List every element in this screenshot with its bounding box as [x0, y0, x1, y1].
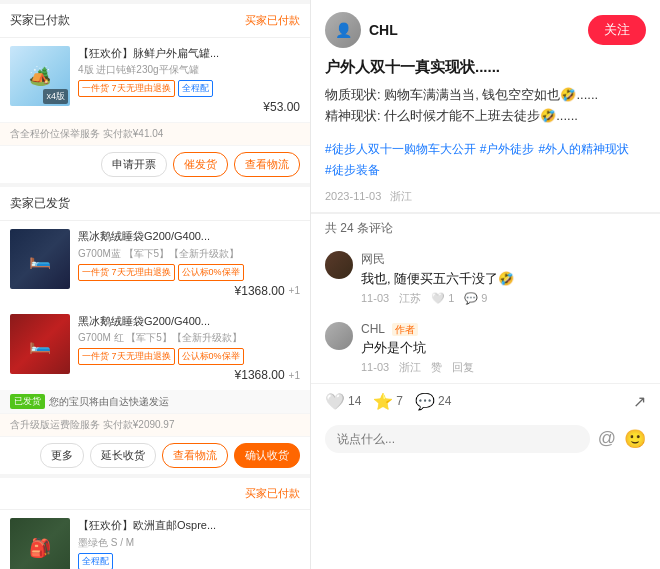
order-item-info-1-0: 【狂欢价】脉鲜户外扁气罐... 4版 进口钝鲜230g平保气罐 一件货 7天无理… — [78, 46, 300, 114]
post-date: 2023-11-03 — [325, 190, 381, 202]
item-title-2-1: 黑冰鹅绒睡袋G200/G400... — [78, 314, 300, 329]
post-text-1: 物质现状: 购物车满满当当, 钱包空空如也🤣...... — [325, 85, 646, 106]
item-price-2-0: ¥1368.00 — [235, 284, 285, 298]
item-qty-2-0: +1 — [289, 285, 300, 296]
post-text-2: 精神现状: 什么时候才能不上班去徒步🤣...... — [325, 106, 646, 127]
item-title-1-0: 【狂欢价】脉鲜户外扁气罐... — [78, 46, 300, 61]
item-tag-service-2-0: 公认标0%保举 — [178, 264, 244, 281]
comment-text-2: 户外是个坑 — [361, 339, 646, 357]
extend-btn-2[interactable]: 延长收货 — [90, 443, 156, 468]
reply-icon: 💬 — [464, 292, 478, 305]
shipping-text: 您的宝贝将由自达快递发运 — [49, 395, 169, 409]
post-location: 浙江 — [390, 190, 412, 202]
comment-input-row: @ 🙂 — [311, 419, 660, 461]
replies-count-1: 9 — [481, 292, 487, 304]
item-price-2-1: ¥1368.00 — [235, 368, 285, 382]
comment-input[interactable] — [325, 425, 590, 453]
comment-text-1: 我也, 随便买五六千没了🤣 — [361, 270, 646, 288]
comment-action[interactable]: 💬 24 — [415, 392, 451, 411]
comments-count: 24 — [438, 394, 451, 408]
post-tag-0[interactable]: #徒步人双十一购物车大公开 — [325, 141, 476, 158]
order-item-image-3-0: 🎒 — [10, 518, 70, 569]
view-logistics-btn-2[interactable]: 查看物流 — [162, 443, 228, 468]
order-service-2: 含升级版运费险服务 实付款¥2090.97 — [0, 413, 310, 436]
item-price-row-2-0: ¥1368.00 +1 — [78, 284, 300, 298]
post-meta: 2023-11-03 浙江 — [311, 185, 660, 212]
order-status-3: 买家已付款 — [245, 486, 300, 501]
like-action[interactable]: 🤍 14 — [325, 392, 361, 411]
emoji-icon[interactable]: 🙂 — [624, 428, 646, 450]
comment-likes-1: 🤍 1 — [431, 292, 454, 305]
item-tag-service-3-0: 全程配 — [78, 553, 113, 569]
comment-1: 网民 我也, 随便买五六千没了🤣 11-03 江苏 🤍 1 💬 9 — [311, 243, 660, 314]
comment-avatar-2 — [325, 322, 353, 350]
order-item-2-0: 🛏️ 黑冰鹅绒睡袋G200/G400... G700M蓝 【军下5】【全新升级款… — [0, 221, 310, 305]
item-price-1-0: ¥53.00 — [263, 100, 300, 114]
item-tags-2-1: 一件货 7天无理由退换 公认标0%保举 — [78, 348, 300, 365]
post-tag-2[interactable]: #外人的精神现状 — [538, 141, 629, 158]
item-title-3-0: 【狂欢价】欧洲直邮Ospre... — [78, 518, 300, 533]
comment-location-2: 浙江 — [399, 360, 421, 375]
post-tag-3[interactable]: #徒步装备 — [325, 162, 380, 179]
order-item-info-3-0: 【狂欢价】欧洲直邮Ospre... 墨绿色 S / M 全程配 ¥2619.00… — [78, 518, 300, 569]
item-spec-2-0: G700M蓝 【军下5】【全新升级款】 — [78, 247, 300, 261]
item-tag-return-2-1: 一件货 7天无理由退换 — [78, 348, 175, 365]
comment-input-icons: @ 🙂 — [598, 428, 646, 450]
order-status-1: 买家已付款 — [245, 13, 300, 28]
comment-meta-1: 11-03 江苏 🤍 1 💬 9 — [361, 291, 646, 306]
more-btn-2[interactable]: 更多 — [40, 443, 84, 468]
comment-like-btn-2[interactable]: 赞 — [431, 360, 442, 375]
post-tag-1[interactable]: #户外徒步 — [480, 141, 535, 158]
order-card-2: 卖家已发货 🛏️ 黑冰鹅绒睡袋G200/G400... G700M蓝 【军下5】… — [0, 187, 310, 474]
order-item-info-2-1: 黑冰鹅绒睡袋G200/G400... G700M 红 【军下5】【全新升级款】 … — [78, 314, 300, 382]
item-tags-2-0: 一件货 7天无理由退换 公认标0%保举 — [78, 264, 300, 281]
comment-2: CHL 作者 户外是个坑 11-03 浙江 赞 回复 — [311, 314, 660, 383]
order-header-2: 卖家已发货 — [0, 187, 310, 221]
star-action[interactable]: ⭐ 7 — [373, 392, 403, 411]
at-icon[interactable]: @ — [598, 428, 616, 450]
multi-badge: x4版 — [43, 89, 68, 104]
comment-location-1: 江苏 — [399, 291, 421, 306]
star-icon: ⭐ — [373, 392, 393, 411]
stars-count: 7 — [396, 394, 403, 408]
comment-body-2: CHL 作者 户外是个坑 11-03 浙江 赞 回复 — [361, 322, 646, 375]
avatar: 👤 — [325, 12, 361, 48]
order-service-1: 含全程价位保举服务 实付款¥41.04 — [0, 122, 310, 145]
item-tags-1-0: 一件货 7天无理由退换 全程配 — [78, 80, 300, 97]
apply-invoice-btn[interactable]: 申请开票 — [101, 152, 167, 177]
item-spec-2-1: G700M 红 【军下5】【全新升级款】 — [78, 331, 300, 345]
comment-author-2: CHL 作者 — [361, 322, 646, 337]
order-item-3-0: 🎒 【狂欢价】欧洲直邮Ospre... 墨绿色 S / M 全程配 ¥2619.… — [0, 510, 310, 569]
comment-icon: 💬 — [415, 392, 435, 411]
order-header-3: 买家已付款 — [0, 478, 310, 510]
author-name: CHL — [369, 22, 398, 38]
comment-body-1: 网民 我也, 随便买五六千没了🤣 11-03 江苏 🤍 1 💬 9 — [361, 251, 646, 306]
order-header-1: 买家已付款 买家已付款 — [0, 4, 310, 38]
item-tag-return-2-0: 一件货 7天无理由退换 — [78, 264, 175, 281]
post-title: 户外人双十一真实现状...... — [325, 56, 646, 77]
urge-delivery-btn-1[interactable]: 催发货 — [173, 152, 228, 177]
comment-avatar-1 — [325, 251, 353, 279]
confirm-receipt-btn[interactable]: 确认收货 — [234, 443, 300, 468]
order-item-info-2-0: 黑冰鹅绒睡袋G200/G400... G700M蓝 【军下5】【全新升级款】 一… — [78, 229, 300, 297]
view-logistics-btn-1[interactable]: 查看物流 — [234, 152, 300, 177]
order-shipping-info-2: 已发货 您的宝贝将由自达快递发运 — [0, 390, 310, 413]
item-price-row-2-1: ¥1368.00 +1 — [78, 368, 300, 382]
share-action[interactable]: ↗ — [633, 392, 646, 411]
order-item-image-2-0: 🛏️ — [10, 229, 70, 289]
order-actions-2: 更多 延长收货 查看物流 确认收货 — [0, 436, 310, 474]
heart-icon: 🤍 — [325, 392, 345, 411]
order-item-image-2-1: 🛏️ — [10, 314, 70, 374]
likes-count-1: 1 — [448, 292, 454, 304]
order-card-1: 买家已付款 买家已付款 🏕️ x4版 【狂欢价】脉鲜户外扁气罐... 4版 进口… — [0, 4, 310, 183]
shipped-badge: 已发货 — [10, 394, 45, 409]
order-item-1-0: 🏕️ x4版 【狂欢价】脉鲜户外扁气罐... 4版 进口钝鲜230g平保气罐 一… — [0, 38, 310, 122]
item-qty-2-1: +1 — [289, 370, 300, 381]
post-author-info: 👤 CHL — [325, 12, 398, 48]
item-spec-1-0: 4版 进口钝鲜230g平保气罐 — [78, 63, 300, 77]
comment-reply-btn-2[interactable]: 回复 — [452, 360, 474, 375]
follow-button[interactable]: 关注 — [588, 15, 646, 45]
post-actions: 🤍 14 ⭐ 7 💬 24 ↗ — [311, 384, 660, 419]
order-item-image-1-0: 🏕️ x4版 — [10, 46, 70, 106]
order-actions-1: 申请开票 催发货 查看物流 — [0, 145, 310, 183]
